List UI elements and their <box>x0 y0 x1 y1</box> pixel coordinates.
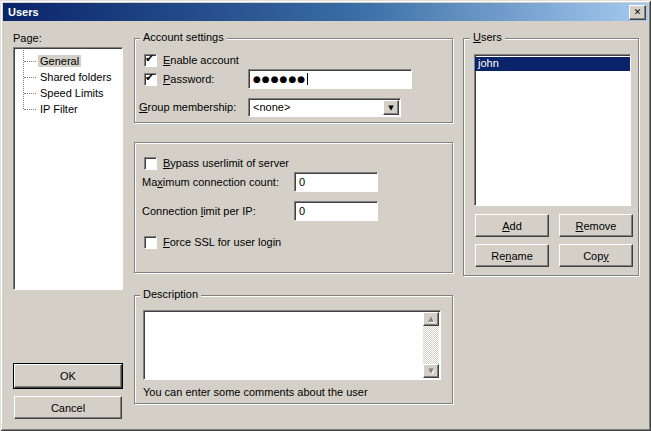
group-membership-value: <none> <box>253 101 290 113</box>
users-group: Users john Add Remove Rename Copy <box>463 38 639 276</box>
tree-item-speed-limits[interactable]: Speed Limits <box>14 86 122 102</box>
limits-group: Bypass userlimit of server Maximum conne… <box>134 142 453 273</box>
ok-button-label: OK <box>60 370 76 382</box>
cancel-button-label: Cancel <box>51 402 85 414</box>
users-legend: Users <box>470 31 505 44</box>
close-button[interactable]: ✕ <box>629 5 646 20</box>
page-tree[interactable]: General Shared folders Speed Limits IP F… <box>13 47 123 290</box>
chevron-down-icon: ▼ <box>388 104 393 112</box>
scroll-up-button[interactable]: ▲ <box>423 312 439 326</box>
tree-item-ip-filter[interactable]: IP Filter <box>14 102 122 118</box>
max-connection-count-value: 0 <box>299 176 305 188</box>
description-scrollbar[interactable]: ▲ ▼ <box>423 312 439 378</box>
copy-button[interactable]: Copy <box>559 244 633 267</box>
text-caret <box>307 73 308 85</box>
enable-account-label: Enable account <box>163 54 239 67</box>
scroll-down-icon: ▼ <box>428 367 433 375</box>
connection-limit-per-ip-input[interactable]: 0 <box>294 201 378 221</box>
user-list-item[interactable]: john <box>475 57 630 71</box>
tree-item-shared-folders[interactable]: Shared folders <box>14 70 122 86</box>
scroll-down-button[interactable]: ▼ <box>423 364 439 378</box>
add-button[interactable]: Add <box>475 214 549 237</box>
connection-limit-per-ip-value: 0 <box>299 205 305 217</box>
page-label: Page: <box>13 32 42 45</box>
copy-button-label: Copy <box>583 250 609 262</box>
description-textarea[interactable]: ▲ ▼ <box>143 310 441 380</box>
ok-button[interactable]: OK <box>14 364 122 388</box>
enable-account-checkbox[interactable]: ✔ <box>144 54 157 67</box>
password-label: Password: <box>163 73 214 86</box>
scroll-up-icon: ▲ <box>428 315 433 323</box>
close-icon: ✕ <box>634 7 642 17</box>
user-name: john <box>478 57 499 69</box>
add-button-label: Add <box>502 220 522 232</box>
dropdown-button[interactable]: ▼ <box>383 100 399 115</box>
description-legend: Description <box>140 288 201 301</box>
connection-limit-per-ip-label: Connection limit per IP: <box>142 205 256 218</box>
cancel-button[interactable]: Cancel <box>14 396 122 419</box>
rename-button-label: Rename <box>491 250 533 262</box>
tree-item-label: IP Filter <box>38 103 80 115</box>
bypass-userlimit-label: Bypass userlimit of server <box>163 157 289 170</box>
group-membership-label: Group membership: <box>139 101 236 114</box>
scrollbar-track[interactable] <box>423 326 439 364</box>
titlebar[interactable]: Users <box>3 3 648 21</box>
rename-button[interactable]: Rename <box>475 244 549 267</box>
description-hint: You can enter some comments about the us… <box>143 386 368 399</box>
force-ssl-checkbox[interactable] <box>144 236 157 249</box>
password-masked-value: ●●●●●● <box>253 74 306 84</box>
users-listbox[interactable]: john <box>474 54 631 206</box>
checkmark-icon: ✔ <box>145 52 154 65</box>
account-settings-legend: Account settings <box>140 31 227 44</box>
tree-item-label: Shared folders <box>38 71 114 83</box>
group-membership-select[interactable]: <none> ▼ <box>248 98 401 117</box>
bypass-userlimit-checkbox[interactable] <box>144 157 157 170</box>
tree-item-general[interactable]: General <box>14 54 122 70</box>
description-group: Description ▲ ▼ You can enter some comme… <box>134 295 453 404</box>
checkmark-icon: ✔ <box>145 71 154 84</box>
window-title: Users <box>8 6 39 18</box>
max-connection-count-label: Maximum connection count: <box>142 176 279 189</box>
password-checkbox[interactable]: ✔ <box>144 73 157 86</box>
users-dialog: Users ✕ Page: General Shared folders Spe… <box>0 0 651 431</box>
max-connection-count-input[interactable]: 0 <box>294 172 378 192</box>
account-settings-group: Account settings ✔ Enable account ✔ Pass… <box>134 38 453 123</box>
tree-item-label: Speed Limits <box>38 87 106 99</box>
password-input[interactable]: ●●●●●● <box>248 69 412 89</box>
remove-button-label: Remove <box>576 220 617 232</box>
force-ssl-label: Force SSL for user login <box>163 236 281 249</box>
tree-item-label: General <box>38 55 81 67</box>
remove-button[interactable]: Remove <box>559 214 633 237</box>
